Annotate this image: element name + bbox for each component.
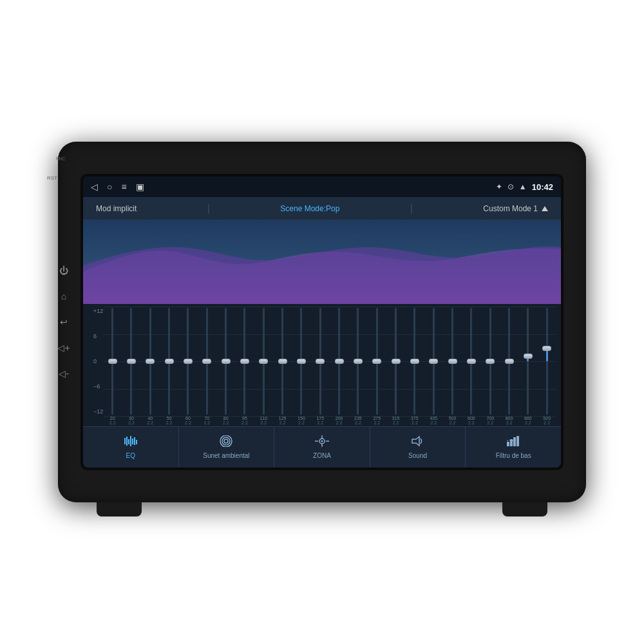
slider-thumb-435[interactable]: [429, 359, 438, 364]
fc-val-80: 80: [217, 416, 234, 421]
slider-col-800[interactable]: [500, 307, 518, 416]
vol-down-icon[interactable]: ◁-: [56, 366, 71, 381]
menu-nav-icon[interactable]: ≡: [121, 182, 126, 192]
slider-thumb-275[interactable]: [372, 359, 381, 364]
slider-col-860[interactable]: [519, 307, 536, 416]
freq-label-70: 702.2: [198, 416, 216, 425]
mode-default[interactable]: Mod implicit: [96, 204, 137, 213]
freq-label-125: 1252.2: [274, 416, 291, 425]
slider-thumb-40[interactable]: [146, 359, 155, 364]
freq-label-200: 2002.2: [330, 416, 348, 425]
vol-up-icon[interactable]: ◁+: [56, 340, 71, 355]
slider-col-920[interactable]: [538, 307, 556, 416]
slider-col-700[interactable]: [482, 307, 499, 416]
q-val-30: 2.2: [122, 421, 140, 425]
slider-col-275[interactable]: [368, 307, 386, 416]
slider-col-150[interactable]: [292, 307, 310, 416]
slider-thumb-70[interactable]: [202, 359, 211, 364]
slider-thumb-20[interactable]: [108, 359, 117, 364]
wifi-icon: ▲: [519, 182, 527, 191]
fc-val-500: 500: [444, 416, 461, 421]
bottom-nav: EQ Sunet ambiental: [83, 426, 561, 468]
eq-section: +12 6 0 −6 −12: [83, 304, 561, 426]
slider-track-80: [225, 308, 227, 415]
fc-val-235: 235: [349, 416, 366, 421]
slider-thumb-175[interactable]: [316, 359, 325, 364]
fc-val-315: 315: [387, 416, 404, 421]
slider-col-500[interactable]: [444, 307, 461, 416]
slider-col-125[interactable]: [274, 307, 291, 416]
db-0: 0: [93, 358, 103, 365]
q-val-80: 2.2: [217, 421, 234, 425]
q-val-175: 2.2: [312, 421, 329, 425]
slider-thumb-600[interactable]: [467, 359, 476, 364]
custom-mode[interactable]: Custom Mode 1: [483, 204, 548, 213]
freq-label-80: 802.2: [217, 416, 234, 425]
slider-thumb-700[interactable]: [486, 359, 495, 364]
power-icon[interactable]: ⏻: [56, 263, 71, 278]
slider-thumb-50[interactable]: [165, 359, 174, 364]
nav-item-zona[interactable]: ZONA: [274, 427, 370, 468]
mount-tabs: [58, 502, 586, 516]
fc-val-150: 150: [292, 416, 310, 421]
slider-thumb-110[interactable]: [259, 359, 268, 364]
slider-col-175[interactable]: [312, 307, 329, 416]
db-6: 6: [93, 333, 103, 339]
slider-thumb-315[interactable]: [392, 359, 401, 364]
slider-col-60[interactable]: [179, 307, 196, 416]
fc-val-50: 50: [160, 416, 178, 421]
slider-col-70[interactable]: [198, 307, 216, 416]
scene-mode[interactable]: Scene Mode:Pop: [280, 204, 339, 213]
nav-item-bass[interactable]: Filtru de bas: [466, 427, 561, 468]
slider-track-50: [168, 308, 170, 415]
slider-col-40[interactable]: [142, 307, 159, 416]
slider-track-175: [319, 308, 321, 415]
slider-track-860: [527, 308, 529, 415]
slider-thumb-150[interactable]: [297, 359, 306, 364]
nav-item-ambient[interactable]: Sunet ambiental: [179, 427, 275, 468]
slider-thumb-375[interactable]: [410, 359, 419, 364]
slider-thumb-80[interactable]: [222, 359, 231, 364]
slider-thumb-200[interactable]: [335, 359, 344, 364]
slider-thumb-860[interactable]: [524, 354, 533, 359]
slider-col-30[interactable]: [122, 307, 140, 416]
nav-item-eq[interactable]: EQ: [83, 427, 179, 468]
freq-label-500: 5002.2: [444, 416, 461, 425]
dropdown-icon: [542, 206, 548, 211]
nav-label-ambient: Sunet ambiental: [203, 452, 249, 459]
slider-thumb-500[interactable]: [448, 359, 457, 364]
svg-rect-5: [132, 439, 133, 444]
slider-track-95: [243, 308, 245, 415]
slider-col-435[interactable]: [425, 307, 442, 416]
slider-track-70: [206, 308, 208, 415]
nav-item-sound[interactable]: Sound: [370, 427, 466, 468]
slider-thumb-235[interactable]: [354, 359, 363, 364]
svg-rect-3: [128, 439, 129, 444]
slider-thumb-95[interactable]: [240, 359, 249, 364]
slider-col-600[interactable]: [462, 307, 480, 416]
freq-label-275: 2752.2: [368, 416, 386, 425]
slider-thumb-800[interactable]: [505, 359, 514, 364]
slider-thumb-30[interactable]: [127, 359, 136, 364]
slider-thumb-125[interactable]: [278, 359, 287, 364]
slider-thumb-920[interactable]: [542, 346, 551, 351]
back-nav-icon[interactable]: ◁: [91, 182, 98, 192]
slider-col-200[interactable]: [330, 307, 348, 416]
slider-col-110[interactable]: [255, 307, 272, 416]
slider-col-80[interactable]: [217, 307, 234, 416]
slider-col-95[interactable]: [236, 307, 253, 416]
slider-col-315[interactable]: [387, 307, 404, 416]
screen-bezel: MIC RST ⏻ ⌂ ↩ ◁+ ◁- ◁ ○ ≡ ▣ ✦ ⊙: [80, 174, 564, 470]
slider-col-235[interactable]: [349, 307, 366, 416]
slider-thumb-60[interactable]: [184, 359, 193, 364]
slider-track-20: [111, 308, 113, 415]
recent-nav-icon[interactable]: ▣: [136, 182, 144, 192]
slider-col-20[interactable]: [104, 307, 121, 416]
slider-track-110: [263, 308, 265, 415]
back-icon[interactable]: ↩: [56, 314, 71, 330]
home-nav-icon[interactable]: ○: [107, 182, 112, 192]
divider-1: |: [207, 203, 210, 214]
home-icon[interactable]: ⌂: [56, 289, 71, 304]
slider-col-50[interactable]: [160, 307, 178, 416]
slider-col-375[interactable]: [406, 307, 423, 416]
